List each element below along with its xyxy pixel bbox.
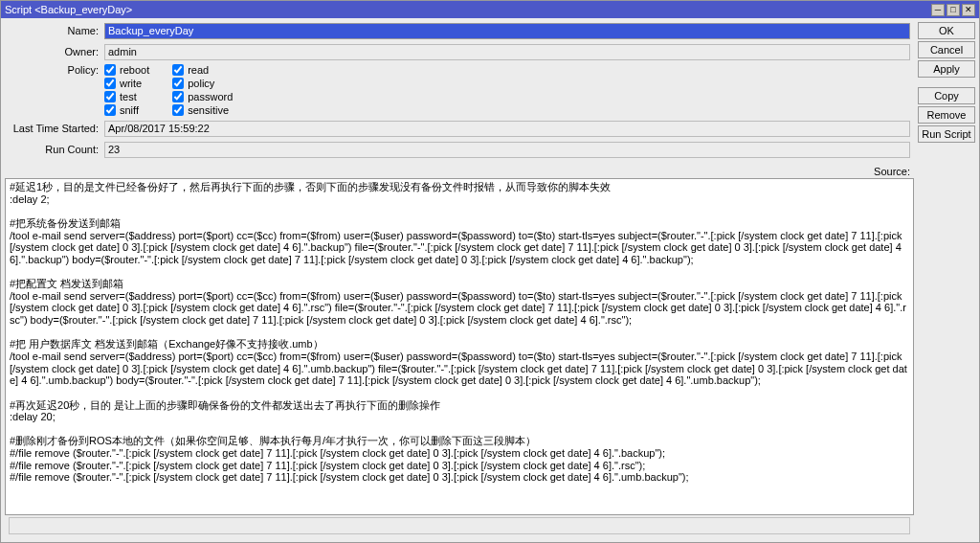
owner-label: Owner: (9, 46, 104, 57)
statusbar (9, 517, 910, 534)
runcount-field (104, 142, 910, 158)
laststart-field (104, 121, 910, 137)
button-column: OK Cancel Apply Copy Remove Run Script (918, 22, 975, 538)
name-field[interactable] (104, 23, 910, 39)
titlebar: Script <Backup_everyDay> ─ □ ✕ (1, 1, 979, 18)
minimize-icon[interactable]: ─ (931, 4, 945, 16)
window-title: Script <Backup_everyDay> (5, 4, 931, 15)
content-area: Name: Owner: Policy: reboot write test s (1, 18, 979, 542)
ok-button[interactable]: OK (918, 22, 975, 39)
copy-button[interactable]: Copy (918, 87, 975, 104)
maximize-icon[interactable]: □ (947, 4, 960, 16)
policy-sniff[interactable]: sniff (104, 104, 149, 116)
policy-read[interactable]: read (172, 64, 233, 76)
remove-button[interactable]: Remove (918, 106, 975, 124)
main-column: Name: Owner: Policy: reboot write test s (5, 22, 914, 538)
name-label: Name: (9, 25, 104, 36)
laststart-label: Last Time Started: (9, 123, 104, 134)
policy-grid: reboot write test sniff read policy pass… (104, 64, 233, 116)
policy-password[interactable]: password (172, 91, 233, 102)
policy-test[interactable]: test (104, 91, 149, 102)
close-icon[interactable]: ✕ (962, 4, 975, 16)
form-area: Name: Owner: Policy: reboot write test s (5, 22, 914, 166)
policy-policy[interactable]: policy (172, 78, 233, 89)
run-script-button[interactable]: Run Script (918, 125, 975, 143)
apply-button[interactable]: Apply (918, 60, 975, 78)
window-controls: ─ □ ✕ (931, 4, 975, 16)
runcount-label: Run Count: (9, 144, 104, 155)
script-dialog: Script <Backup_everyDay> ─ □ ✕ Name: Own… (0, 0, 980, 543)
cancel-button[interactable]: Cancel (918, 41, 975, 58)
policy-reboot[interactable]: reboot (104, 64, 149, 76)
policy-label: Policy: (9, 64, 104, 76)
policy-write[interactable]: write (104, 78, 149, 89)
owner-field (104, 44, 910, 60)
source-editor[interactable]: #延迟1秒，目的是文件已经备份好了，然后再执行下面的步骤，否则下面的步骤发现没有… (5, 178, 914, 515)
source-label: Source: (5, 166, 914, 177)
policy-sensitive[interactable]: sensitive (172, 104, 233, 116)
